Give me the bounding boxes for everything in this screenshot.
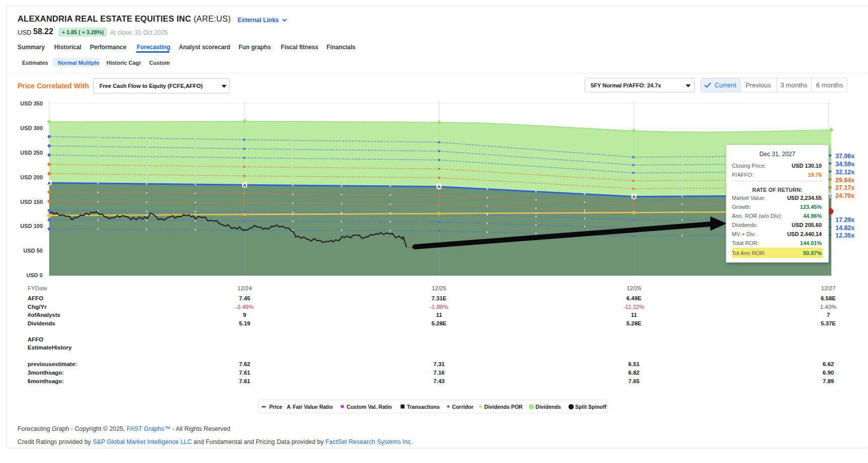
svg-text:USD 150: USD 150 <box>20 199 43 205</box>
svg-text:24.70x: 24.70x <box>835 192 854 199</box>
svg-text:29.64x: 29.64x <box>835 177 854 184</box>
svg-text:A: A <box>632 194 636 199</box>
svg-text:USD 300: USD 300 <box>20 125 43 131</box>
svg-text:17.29x: 17.29x <box>835 216 854 223</box>
svg-text:34.59x: 34.59x <box>835 161 854 168</box>
svg-text:A: A <box>243 182 247 188</box>
svg-text:27.17x: 27.17x <box>835 184 854 191</box>
svg-text:USD 0: USD 0 <box>27 272 43 278</box>
svg-text:A: A <box>438 184 441 189</box>
svg-text:A: A <box>48 180 51 186</box>
svg-text:USD 100: USD 100 <box>20 223 43 229</box>
svg-text:37.06x: 37.06x <box>835 153 854 160</box>
svg-text:USD 200: USD 200 <box>20 174 43 180</box>
svg-text:USD 350: USD 350 <box>20 100 43 106</box>
svg-text:32.12x: 32.12x <box>835 169 854 176</box>
svg-text:USD 250: USD 250 <box>20 150 43 156</box>
svg-text:12.35x: 12.35x <box>835 232 854 239</box>
svg-text:14.82x: 14.82x <box>835 224 854 231</box>
svg-text:USD 50: USD 50 <box>23 248 43 254</box>
